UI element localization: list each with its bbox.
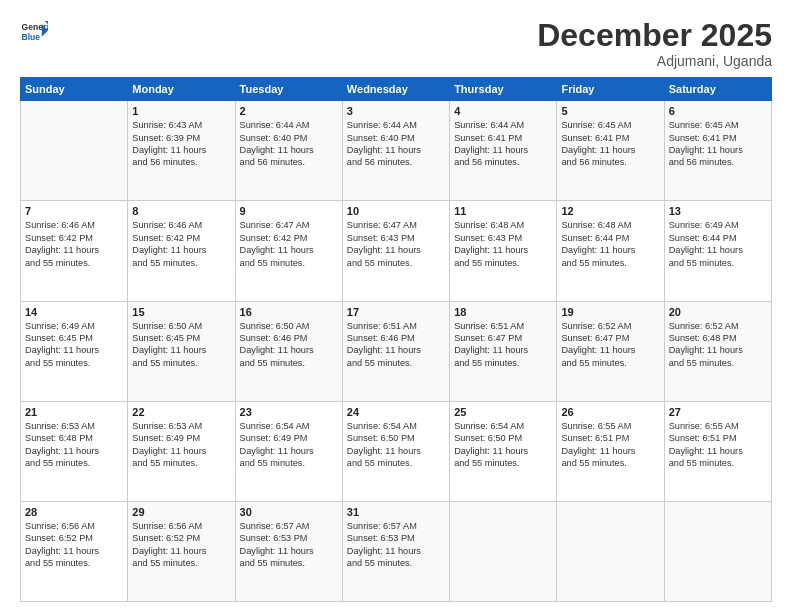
day-number: 17	[347, 306, 445, 318]
day-cell: 6Sunrise: 6:45 AM Sunset: 6:41 PM Daylig…	[664, 101, 771, 201]
day-cell: 19Sunrise: 6:52 AM Sunset: 6:47 PM Dayli…	[557, 301, 664, 401]
day-info: Sunrise: 6:54 AM Sunset: 6:50 PM Dayligh…	[454, 420, 552, 470]
calendar-body: 1Sunrise: 6:43 AM Sunset: 6:39 PM Daylig…	[21, 101, 772, 602]
day-info: Sunrise: 6:48 AM Sunset: 6:44 PM Dayligh…	[561, 219, 659, 269]
week-row: 28Sunrise: 6:56 AM Sunset: 6:52 PM Dayli…	[21, 501, 772, 601]
day-cell: 3Sunrise: 6:44 AM Sunset: 6:40 PM Daylig…	[342, 101, 449, 201]
day-number: 12	[561, 205, 659, 217]
day-cell: 1Sunrise: 6:43 AM Sunset: 6:39 PM Daylig…	[128, 101, 235, 201]
day-cell: 14Sunrise: 6:49 AM Sunset: 6:45 PM Dayli…	[21, 301, 128, 401]
col-header-monday: Monday	[128, 78, 235, 101]
day-number: 28	[25, 506, 123, 518]
day-info: Sunrise: 6:47 AM Sunset: 6:42 PM Dayligh…	[240, 219, 338, 269]
day-cell: 13Sunrise: 6:49 AM Sunset: 6:44 PM Dayli…	[664, 201, 771, 301]
day-number: 16	[240, 306, 338, 318]
day-number: 11	[454, 205, 552, 217]
day-cell: 22Sunrise: 6:53 AM Sunset: 6:49 PM Dayli…	[128, 401, 235, 501]
day-number: 13	[669, 205, 767, 217]
main-title: December 2025	[537, 18, 772, 53]
day-cell: 31Sunrise: 6:57 AM Sunset: 6:53 PM Dayli…	[342, 501, 449, 601]
day-cell: 2Sunrise: 6:44 AM Sunset: 6:40 PM Daylig…	[235, 101, 342, 201]
day-cell: 4Sunrise: 6:44 AM Sunset: 6:41 PM Daylig…	[450, 101, 557, 201]
day-info: Sunrise: 6:55 AM Sunset: 6:51 PM Dayligh…	[669, 420, 767, 470]
day-number: 24	[347, 406, 445, 418]
day-info: Sunrise: 6:56 AM Sunset: 6:52 PM Dayligh…	[25, 520, 123, 570]
day-info: Sunrise: 6:52 AM Sunset: 6:48 PM Dayligh…	[669, 320, 767, 370]
week-row: 7Sunrise: 6:46 AM Sunset: 6:42 PM Daylig…	[21, 201, 772, 301]
day-cell: 5Sunrise: 6:45 AM Sunset: 6:41 PM Daylig…	[557, 101, 664, 201]
col-header-wednesday: Wednesday	[342, 78, 449, 101]
day-cell: 26Sunrise: 6:55 AM Sunset: 6:51 PM Dayli…	[557, 401, 664, 501]
day-number: 21	[25, 406, 123, 418]
day-cell: 17Sunrise: 6:51 AM Sunset: 6:46 PM Dayli…	[342, 301, 449, 401]
day-cell: 16Sunrise: 6:50 AM Sunset: 6:46 PM Dayli…	[235, 301, 342, 401]
day-number: 4	[454, 105, 552, 117]
day-number: 25	[454, 406, 552, 418]
day-info: Sunrise: 6:44 AM Sunset: 6:40 PM Dayligh…	[347, 119, 445, 169]
day-number: 22	[132, 406, 230, 418]
day-number: 27	[669, 406, 767, 418]
subtitle: Adjumani, Uganda	[537, 53, 772, 69]
col-header-friday: Friday	[557, 78, 664, 101]
svg-text:Blue: Blue	[22, 32, 41, 42]
day-number: 1	[132, 105, 230, 117]
day-cell: 18Sunrise: 6:51 AM Sunset: 6:47 PM Dayli…	[450, 301, 557, 401]
day-info: Sunrise: 6:53 AM Sunset: 6:48 PM Dayligh…	[25, 420, 123, 470]
day-info: Sunrise: 6:56 AM Sunset: 6:52 PM Dayligh…	[132, 520, 230, 570]
day-info: Sunrise: 6:44 AM Sunset: 6:40 PM Dayligh…	[240, 119, 338, 169]
day-info: Sunrise: 6:48 AM Sunset: 6:43 PM Dayligh…	[454, 219, 552, 269]
day-cell: 28Sunrise: 6:56 AM Sunset: 6:52 PM Dayli…	[21, 501, 128, 601]
day-info: Sunrise: 6:44 AM Sunset: 6:41 PM Dayligh…	[454, 119, 552, 169]
day-number: 29	[132, 506, 230, 518]
day-cell: 29Sunrise: 6:56 AM Sunset: 6:52 PM Dayli…	[128, 501, 235, 601]
day-info: Sunrise: 6:54 AM Sunset: 6:49 PM Dayligh…	[240, 420, 338, 470]
day-info: Sunrise: 6:46 AM Sunset: 6:42 PM Dayligh…	[132, 219, 230, 269]
day-number: 14	[25, 306, 123, 318]
day-number: 10	[347, 205, 445, 217]
day-cell	[450, 501, 557, 601]
day-number: 6	[669, 105, 767, 117]
day-cell: 21Sunrise: 6:53 AM Sunset: 6:48 PM Dayli…	[21, 401, 128, 501]
day-info: Sunrise: 6:57 AM Sunset: 6:53 PM Dayligh…	[347, 520, 445, 570]
day-number: 8	[132, 205, 230, 217]
day-info: Sunrise: 6:53 AM Sunset: 6:49 PM Dayligh…	[132, 420, 230, 470]
title-block: December 2025 Adjumani, Uganda	[537, 18, 772, 69]
day-cell	[664, 501, 771, 601]
day-cell: 20Sunrise: 6:52 AM Sunset: 6:48 PM Dayli…	[664, 301, 771, 401]
day-number: 18	[454, 306, 552, 318]
week-row: 14Sunrise: 6:49 AM Sunset: 6:45 PM Dayli…	[21, 301, 772, 401]
day-info: Sunrise: 6:47 AM Sunset: 6:43 PM Dayligh…	[347, 219, 445, 269]
day-cell: 30Sunrise: 6:57 AM Sunset: 6:53 PM Dayli…	[235, 501, 342, 601]
day-cell: 8Sunrise: 6:46 AM Sunset: 6:42 PM Daylig…	[128, 201, 235, 301]
day-cell: 25Sunrise: 6:54 AM Sunset: 6:50 PM Dayli…	[450, 401, 557, 501]
logo-icon: General Blue	[20, 18, 48, 46]
day-info: Sunrise: 6:51 AM Sunset: 6:46 PM Dayligh…	[347, 320, 445, 370]
day-cell: 24Sunrise: 6:54 AM Sunset: 6:50 PM Dayli…	[342, 401, 449, 501]
day-info: Sunrise: 6:46 AM Sunset: 6:42 PM Dayligh…	[25, 219, 123, 269]
column-headers: SundayMondayTuesdayWednesdayThursdayFrid…	[21, 78, 772, 101]
day-number: 3	[347, 105, 445, 117]
logo: General Blue	[20, 18, 48, 46]
col-header-thursday: Thursday	[450, 78, 557, 101]
day-info: Sunrise: 6:54 AM Sunset: 6:50 PM Dayligh…	[347, 420, 445, 470]
page: General Blue December 2025 Adjumani, Uga…	[0, 0, 792, 612]
col-header-sunday: Sunday	[21, 78, 128, 101]
day-number: 9	[240, 205, 338, 217]
day-info: Sunrise: 6:45 AM Sunset: 6:41 PM Dayligh…	[561, 119, 659, 169]
day-number: 23	[240, 406, 338, 418]
day-info: Sunrise: 6:43 AM Sunset: 6:39 PM Dayligh…	[132, 119, 230, 169]
day-info: Sunrise: 6:57 AM Sunset: 6:53 PM Dayligh…	[240, 520, 338, 570]
week-row: 1Sunrise: 6:43 AM Sunset: 6:39 PM Daylig…	[21, 101, 772, 201]
day-number: 31	[347, 506, 445, 518]
day-number: 2	[240, 105, 338, 117]
day-cell: 12Sunrise: 6:48 AM Sunset: 6:44 PM Dayli…	[557, 201, 664, 301]
col-header-tuesday: Tuesday	[235, 78, 342, 101]
day-cell: 11Sunrise: 6:48 AM Sunset: 6:43 PM Dayli…	[450, 201, 557, 301]
day-number: 19	[561, 306, 659, 318]
day-number: 7	[25, 205, 123, 217]
day-cell: 10Sunrise: 6:47 AM Sunset: 6:43 PM Dayli…	[342, 201, 449, 301]
day-info: Sunrise: 6:49 AM Sunset: 6:45 PM Dayligh…	[25, 320, 123, 370]
day-cell	[21, 101, 128, 201]
day-number: 20	[669, 306, 767, 318]
day-info: Sunrise: 6:51 AM Sunset: 6:47 PM Dayligh…	[454, 320, 552, 370]
